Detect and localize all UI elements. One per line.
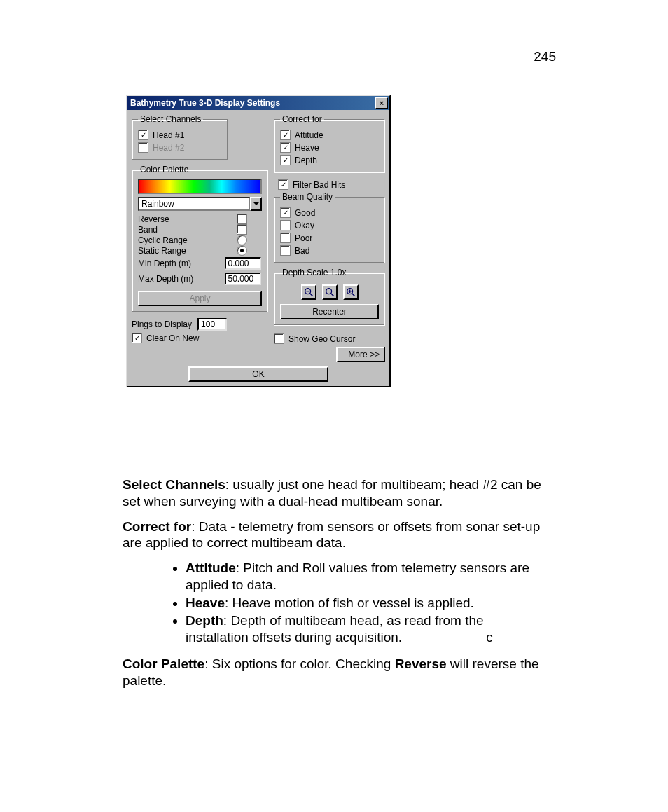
checkbox-clear-on-new[interactable]: ✓ Clear On New bbox=[132, 332, 268, 344]
recenter-button[interactable]: Recenter bbox=[280, 304, 379, 319]
more-button[interactable]: More >> bbox=[336, 347, 385, 362]
group-select-channels: Select Channels ✓ Head #1 Head #2 bbox=[132, 114, 228, 160]
term-heave: Heave bbox=[186, 596, 225, 610]
palette-selected: Rainbow bbox=[138, 197, 250, 211]
group-beam-quality: Beam Quality ✓ Good Okay Poor bbox=[274, 192, 385, 263]
check-icon: ✓ bbox=[280, 207, 291, 218]
checkbox-show-geo-cursor[interactable]: Show Geo Cursor bbox=[274, 333, 385, 345]
magnify-minus-icon bbox=[304, 287, 314, 297]
label-good: Good bbox=[295, 208, 315, 218]
label-attitude: Attitude bbox=[295, 130, 323, 140]
checkbox-head2: Head #2 bbox=[138, 142, 222, 153]
zoom-reset-button[interactable] bbox=[322, 284, 338, 300]
label-bad: Bad bbox=[295, 246, 309, 256]
legend-select-channels: Select Channels bbox=[138, 114, 203, 124]
check-icon: ✓ bbox=[280, 142, 291, 153]
svg-line-4 bbox=[330, 294, 333, 296]
para-correct-for: Correct for: Data - telemetry from senso… bbox=[123, 518, 550, 552]
input-min-depth[interactable] bbox=[225, 257, 261, 270]
text: : Depth of multibeam head, as read from … bbox=[186, 613, 484, 645]
input-pings[interactable] bbox=[197, 318, 227, 331]
checkbox-attitude[interactable]: ✓ Attitude bbox=[280, 129, 379, 141]
page-number: 245 bbox=[534, 49, 556, 64]
legend-depth-scale: Depth Scale 1.0x bbox=[280, 268, 348, 277]
close-button[interactable]: × bbox=[375, 97, 388, 109]
checkbox-quality-bad[interactable]: Bad bbox=[280, 245, 379, 256]
term-correct-for: Correct for bbox=[123, 519, 191, 534]
list-item: Depth: Depth of multibeam head, as read … bbox=[186, 612, 550, 646]
check-icon: ✓ bbox=[132, 333, 142, 343]
label-min-depth: Min Depth (m) bbox=[138, 259, 191, 268]
ok-button[interactable]: OK bbox=[188, 366, 328, 382]
svg-line-6 bbox=[352, 294, 354, 296]
legend-beam-quality: Beam Quality bbox=[280, 192, 335, 202]
label-cyclic-range: Cyclic Range bbox=[138, 235, 188, 245]
checkbox-head1[interactable]: ✓ Head #1 bbox=[138, 129, 222, 141]
term-depth: Depth bbox=[186, 613, 223, 628]
label-show-geo-cursor: Show Geo Cursor bbox=[288, 334, 355, 344]
check-icon bbox=[280, 233, 291, 243]
label-okay: Okay bbox=[295, 221, 314, 230]
check-icon: ✓ bbox=[280, 155, 291, 165]
text: : Heave motion of fish or vessel is appl… bbox=[225, 596, 474, 610]
list-item: Attitude: Pitch and Roll values from tel… bbox=[186, 560, 550, 593]
close-icon: × bbox=[380, 99, 384, 106]
check-icon: ✓ bbox=[280, 130, 291, 140]
checkbox-reverse[interactable] bbox=[237, 214, 247, 224]
chevron-down-icon bbox=[250, 197, 262, 211]
zoom-out-button[interactable] bbox=[301, 284, 316, 300]
list-item: Heave: Heave motion of fish or vessel is… bbox=[186, 595, 550, 612]
label-pings: Pings to Display bbox=[132, 319, 192, 329]
check-icon bbox=[280, 245, 291, 256]
term-reverse: Reverse bbox=[395, 656, 447, 671]
text: : Six options for color. Checking bbox=[204, 656, 394, 671]
correct-for-list: Attitude: Pitch and Roll values from tel… bbox=[123, 560, 550, 646]
para-color-palette: Color Palette: Six options for color. Ch… bbox=[123, 656, 550, 689]
radio-cyclic-range[interactable] bbox=[237, 235, 247, 245]
text: c bbox=[486, 630, 493, 645]
checkbox-heave[interactable]: ✓ Heave bbox=[280, 142, 379, 153]
zoom-in-button[interactable] bbox=[343, 284, 359, 300]
checkbox-quality-poor[interactable]: Poor bbox=[280, 232, 379, 244]
text: : Pitch and Roll values from telemetry s… bbox=[186, 560, 529, 592]
label-heave: Heave bbox=[295, 143, 319, 153]
label-band: Band bbox=[138, 225, 158, 235]
para-select-channels: Select Channels: usually just one head f… bbox=[123, 476, 550, 510]
checkbox-quality-okay[interactable]: Okay bbox=[280, 219, 379, 231]
label-reverse: Reverse bbox=[138, 214, 169, 224]
label-clear-on-new: Clear On New bbox=[146, 333, 199, 343]
document-body: Select Channels: usually just one head f… bbox=[123, 476, 550, 697]
checkbox-depth[interactable]: ✓ Depth bbox=[280, 154, 379, 166]
check-icon: ✓ bbox=[278, 179, 288, 190]
checkbox-band[interactable] bbox=[237, 224, 247, 235]
titlebar: Bathymetry True 3-D Display Settings × bbox=[127, 96, 389, 110]
label-max-depth: Max Depth (m) bbox=[138, 274, 193, 284]
dialog-title: Bathymetry True 3-D Display Settings bbox=[130, 98, 280, 108]
svg-point-3 bbox=[326, 289, 331, 294]
radio-static-range[interactable] bbox=[237, 245, 247, 256]
term-color-palette: Color Palette bbox=[123, 656, 204, 671]
checkbox-filter-bad-hits[interactable]: ✓ Filter Bad Hits bbox=[278, 179, 385, 191]
check-icon bbox=[138, 142, 148, 153]
check-icon bbox=[274, 333, 284, 344]
group-correct-for: Correct for ✓ Attitude ✓ Heave ✓ Depth bbox=[274, 114, 385, 173]
group-color-palette: Color Palette Rainbow Reverse Band bbox=[132, 165, 268, 312]
magnify-plus-icon bbox=[346, 287, 356, 297]
input-max-depth[interactable] bbox=[225, 273, 261, 285]
palette-gradient bbox=[138, 179, 262, 194]
check-icon: ✓ bbox=[138, 130, 148, 140]
legend-correct-for: Correct for bbox=[280, 114, 324, 124]
magnify-icon bbox=[325, 287, 335, 297]
apply-button[interactable]: Apply bbox=[138, 291, 262, 306]
label-static-range: Static Range bbox=[138, 246, 186, 256]
label-filter-bad-hits: Filter Bad Hits bbox=[293, 180, 345, 190]
label-poor: Poor bbox=[295, 233, 312, 243]
dialog-bathymetry-3d-settings: Bathymetry True 3-D Display Settings × S… bbox=[126, 95, 391, 387]
label-head1: Head #1 bbox=[153, 130, 184, 140]
check-icon bbox=[280, 220, 291, 230]
checkbox-quality-good[interactable]: ✓ Good bbox=[280, 207, 379, 219]
palette-combo[interactable]: Rainbow bbox=[138, 197, 262, 211]
term-select-channels: Select Channels bbox=[123, 477, 225, 492]
label-head2: Head #2 bbox=[153, 143, 184, 153]
group-depth-scale: Depth Scale 1.0x Rece bbox=[274, 268, 385, 326]
